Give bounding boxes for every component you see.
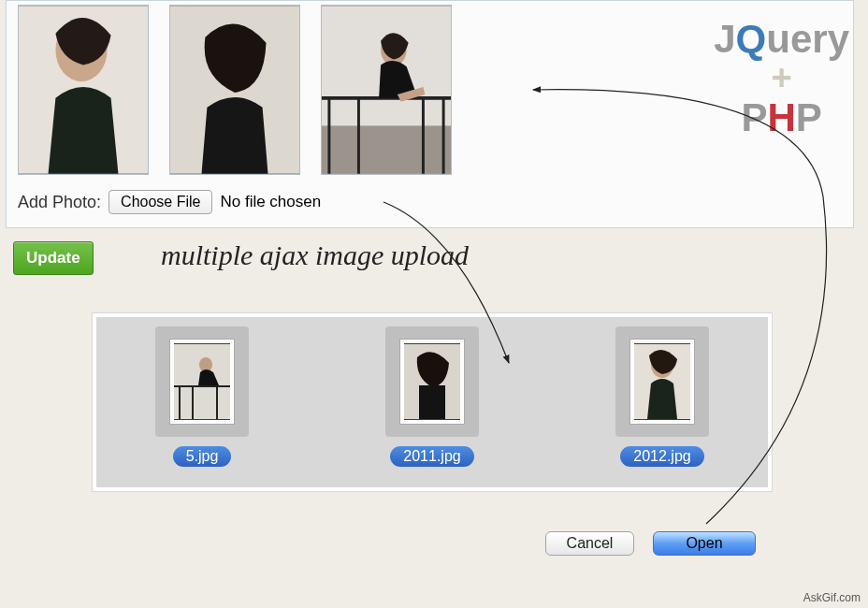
no-file-text: No file chosen [220,193,321,211]
update-button[interactable]: Update [13,241,94,275]
svg-rect-5 [322,125,451,173]
file-thumbnail-frame [385,326,479,437]
file-item[interactable]: 2011.jpg [371,326,493,467]
file-thumbnail [629,339,695,425]
plus-sign: + [714,60,849,97]
add-photo-label: Add Photo: [18,193,101,212]
file-name-badge: 5.jpg [173,446,232,467]
file-name-badge: 2012.jpg [620,446,703,467]
uploaded-photo-3[interactable] [321,5,452,175]
add-photo-row: Add Photo: Choose File No file chosen [18,190,842,214]
file-grid: 5.jpg 2011.jpg 2012.jpg [96,317,768,487]
tech-logo: JQuery + PHP [714,19,849,138]
watermark: AskGif.com [803,591,861,604]
jquery-word: JQuery [714,19,849,60]
file-item[interactable]: 5.jpg [141,326,263,467]
file-name-badge: 2011.jpg [390,446,473,467]
caption-text: multiple ajax image upload [161,239,469,271]
uploaded-photo-2[interactable] [169,5,300,175]
php-word: PHP [714,97,849,138]
cancel-button[interactable]: Cancel [545,531,634,556]
file-browser: 5.jpg 2011.jpg 2012.jpg [92,312,773,492]
file-thumbnail-frame [155,326,249,437]
file-item[interactable]: 2012.jpg [601,326,723,467]
dialog-buttons: Cancel Open [545,531,756,556]
file-thumbnail [169,339,235,425]
open-button[interactable]: Open [653,531,756,556]
svg-rect-20 [419,385,445,419]
file-thumbnail [399,339,465,425]
choose-file-button[interactable]: Choose File [108,190,212,214]
file-thumbnail-frame [615,326,709,437]
uploaded-photo-1[interactable] [18,5,149,175]
